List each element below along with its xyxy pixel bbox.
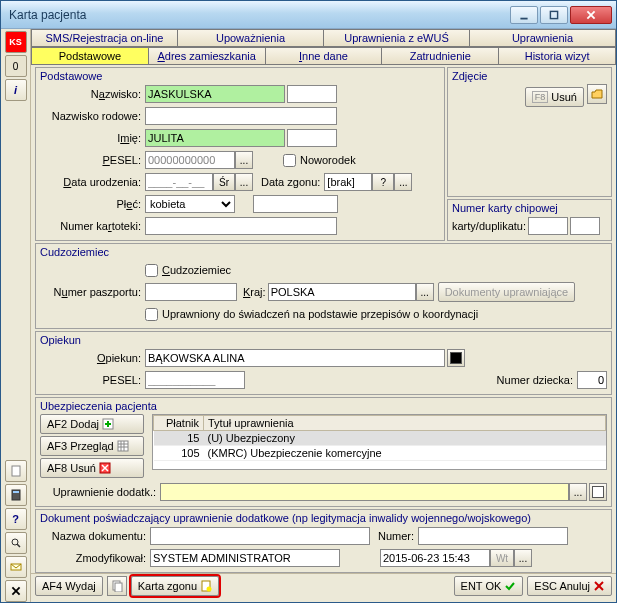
select-plec[interactable]: kobieta [145,195,235,213]
przeglad-button[interactable]: AF3 Przegląd [40,436,144,456]
minimize-button[interactable] [510,6,538,24]
input-duplikat[interactable] [570,217,600,235]
zmod-dots-button[interactable]: ... [514,549,532,567]
help-icon[interactable]: ? [5,508,27,530]
input-karta[interactable] [528,217,568,235]
table-row[interactable]: 15(U) Ubezpieczony [154,431,606,446]
search-icon[interactable] [5,532,27,554]
maximize-button[interactable] [540,6,568,24]
dodatk-dots-button[interactable]: ... [569,483,587,501]
label-opiekun-pesel: PESEL: [40,374,145,386]
tab-podstawowe[interactable]: Podstawowe [31,47,149,65]
label-nazwisko: Nazwisko: [40,88,145,100]
opiekun-clear-button[interactable] [447,349,465,367]
data-ur-dots-button[interactable]: ... [235,173,253,191]
input-data-urodzenia[interactable] [145,173,213,191]
ks-logo-button[interactable]: KS [5,31,27,53]
rail-zero-button[interactable]: 0 [5,55,27,77]
input-uprawnienie-dodatk[interactable] [160,483,569,501]
data-zgonu-q-button[interactable]: ? [372,173,394,191]
data-zgonu-dots-button[interactable]: ... [394,173,412,191]
delete-icon [99,462,111,474]
tab-uprawnienia[interactable]: Uprawnienia [470,29,616,47]
panel-title-ubezpieczenia: Ubezpieczenia pacjenta [40,400,607,412]
tab-inne[interactable]: Inne dane [266,47,383,65]
label-cudzoziemiec-chk: Cudzoziemiec [162,264,231,276]
tab-adres[interactable]: Adres zamieszkania [149,47,266,65]
svg-rect-4 [12,466,20,476]
input-numer-dziecka[interactable] [577,371,607,389]
footer-copy-icon[interactable] [107,576,127,596]
label-pesel: PESEL: [40,154,145,166]
input-numer-kartoteki[interactable] [145,217,337,235]
photo-open-button[interactable] [587,84,607,104]
input-imie[interactable] [145,129,285,147]
ok-button[interactable]: ENT OK [454,576,524,596]
input-nazwisko-rodowe[interactable] [145,107,337,125]
label-numer-dziecka: Numer dziecka: [497,374,573,386]
label-numer-dok: Numer: [378,530,414,542]
label-opiekun: Opiekun: [40,352,145,364]
input-data-zgonu[interactable] [324,173,372,191]
footer-bar: AF4 Wydaj Karta zgonu ENT OK ESC Anuluj [31,573,616,598]
exit-icon[interactable] [5,580,27,602]
panel-opiekun: Opiekun Opiekun: PESEL: Numer dziecka: [35,331,612,395]
wt-button[interactable]: Wt [490,549,514,567]
sr-button[interactable]: Śr [213,173,235,191]
ubezpieczenia-table[interactable]: Płatnik Tytuł uprawnienia 15(U) Ubezpiec… [152,414,607,470]
input-opiekun-pesel[interactable] [145,371,245,389]
checkbox-noworodek[interactable] [283,154,296,167]
input-imie-2[interactable] [287,129,337,147]
dodaj-button[interactable]: AF2 Dodaj [40,414,144,434]
kraj-dots-button[interactable]: ... [416,283,434,301]
svg-rect-6 [13,491,19,493]
check-icon [504,580,516,592]
usun-button[interactable]: AF8 Usuń [40,458,144,478]
tab-historia[interactable]: Historia wizyt [499,47,616,65]
tab-upowaznienia[interactable]: Upoważnienia [178,29,324,47]
label-paszport: Numer paszportu: [40,286,145,298]
svg-rect-1 [550,11,557,18]
dokumenty-button[interactable]: Dokumenty uprawniające [438,282,576,302]
input-plec-extra[interactable] [253,195,338,213]
sub-tabs: Podstawowe Adres zamieszkania Inne dane … [31,47,616,65]
label-karty-duplikatu: karty/duplikatu: [452,220,528,232]
panel-chip: Numer karty chipowej karty/duplikatu: [447,199,612,241]
rail-calc-icon[interactable] [5,484,27,506]
tab-uprawnienia-ewus[interactable]: Uprawnienia z eWUŚ [324,29,470,47]
karta-zgonu-button[interactable]: Karta zgonu [131,576,219,596]
input-numer-dok[interactable] [418,527,568,545]
input-nazwa-dok[interactable] [150,527,370,545]
close-button[interactable] [570,6,612,24]
label-numer-kartoteki: Numer kartoteki: [40,220,145,232]
panel-podstawowe: Podstawowe Nazwisko: Nazwisko rodowe: Im… [35,67,445,241]
patient-card-window: Karta pacjenta KS 0 i ? SMS/Rejestracja … [0,0,617,603]
input-nazwisko-2[interactable] [287,85,337,103]
info-icon[interactable]: i [5,79,27,101]
dodatk-clear-button[interactable] [589,483,607,501]
input-kraj[interactable] [268,283,416,301]
mail-icon[interactable] [5,556,27,578]
panel-title-cudzoziemiec: Cudzoziemiec [40,246,607,258]
table-row[interactable]: 105(KMRC) Ubezpieczenie komercyjne [154,446,606,461]
label-koordynacja: Uprawniony do świadczeń na podstawie prz… [162,308,478,320]
label-noworodek: Noworodek [300,154,356,166]
label-kraj: Kraj: [243,286,266,298]
input-paszport[interactable] [145,283,237,301]
panel-zdjecie: Zdjęcie F8F8 UsuńUsuń [447,67,612,197]
input-opiekun[interactable] [145,349,445,367]
input-pesel[interactable] [145,151,235,169]
grid-icon [117,440,129,452]
rail-doc-icon[interactable] [5,460,27,482]
wydaj-button[interactable]: AF4 Wydaj [35,576,103,596]
panel-ubezpieczenia: Ubezpieczenia pacjenta AF2 Dodaj AF3 Prz… [35,397,612,507]
input-nazwisko[interactable] [145,85,285,103]
checkbox-cudzoziemiec[interactable] [145,264,158,277]
anuluj-button[interactable]: ESC Anuluj [527,576,612,596]
add-icon [102,418,114,430]
delete-photo-button[interactable]: F8F8 UsuńUsuń [525,87,584,107]
checkbox-koordynacja[interactable] [145,308,158,321]
tab-zatrudnienie[interactable]: Zatrudnienie [382,47,499,65]
tab-sms[interactable]: SMS/Rejestracja on-line [31,29,178,47]
pesel-dots-button[interactable]: ... [235,151,253,169]
